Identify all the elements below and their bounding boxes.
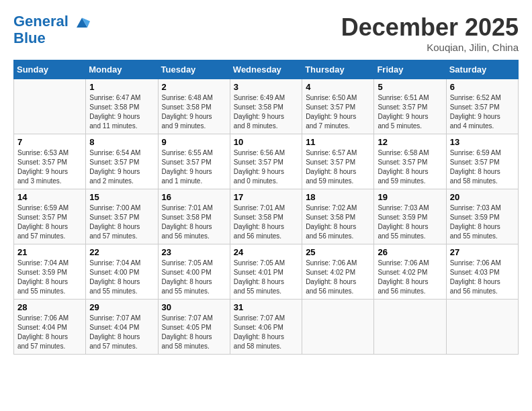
weekday-header: Friday <box>374 60 446 79</box>
logo-icon <box>74 14 90 30</box>
calendar-day-cell: 4Sunrise: 6:50 AM Sunset: 3:57 PM Daylig… <box>302 79 374 134</box>
day-info: Sunrise: 7:07 AM Sunset: 4:05 PM Dayligh… <box>162 314 226 351</box>
day-number: 2 <box>162 82 226 92</box>
day-info: Sunrise: 7:05 AM Sunset: 4:00 PM Dayligh… <box>162 259 226 296</box>
calendar-day-cell: 22Sunrise: 7:04 AM Sunset: 4:00 PM Dayli… <box>86 244 158 300</box>
day-number: 18 <box>306 192 370 202</box>
day-info: Sunrise: 6:54 AM Sunset: 3:57 PM Dayligh… <box>89 148 154 186</box>
day-info: Sunrise: 6:47 AM Sunset: 3:58 PM Dayligh… <box>89 93 154 131</box>
day-number: 5 <box>378 82 442 92</box>
day-number: 26 <box>378 247 442 257</box>
day-number: 25 <box>306 247 370 257</box>
logo-text: General <box>13 13 90 30</box>
calendar-day-cell: 18Sunrise: 7:02 AM Sunset: 3:58 PM Dayli… <box>302 189 374 244</box>
day-number: 23 <box>162 247 226 257</box>
day-number: 21 <box>17 247 82 257</box>
day-info: Sunrise: 7:04 AM Sunset: 4:00 PM Dayligh… <box>89 259 154 296</box>
day-number: 29 <box>89 302 154 312</box>
calendar-day-cell: 16Sunrise: 7:01 AM Sunset: 3:58 PM Dayli… <box>158 189 230 244</box>
day-info: Sunrise: 7:06 AM Sunset: 4:04 PM Dayligh… <box>17 314 82 351</box>
calendar-week-row: 7Sunrise: 6:53 AM Sunset: 3:57 PM Daylig… <box>14 134 519 189</box>
day-info: Sunrise: 7:05 AM Sunset: 4:01 PM Dayligh… <box>234 259 298 296</box>
day-info: Sunrise: 7:03 AM Sunset: 3:59 PM Dayligh… <box>378 203 442 241</box>
day-number: 14 <box>17 192 82 202</box>
calendar-week-row: 14Sunrise: 6:59 AM Sunset: 3:57 PM Dayli… <box>14 189 519 244</box>
calendar-day-cell: 11Sunrise: 6:57 AM Sunset: 3:57 PM Dayli… <box>302 134 374 189</box>
calendar-day-cell: 21Sunrise: 7:04 AM Sunset: 3:59 PM Dayli… <box>14 244 86 300</box>
calendar-day-cell: 6Sunrise: 6:52 AM Sunset: 3:57 PM Daylig… <box>446 79 518 134</box>
calendar-day-cell: 29Sunrise: 7:07 AM Sunset: 4:04 PM Dayli… <box>86 300 158 355</box>
calendar-day-cell: 25Sunrise: 7:06 AM Sunset: 4:02 PM Dayli… <box>302 244 374 300</box>
day-number: 6 <box>450 82 515 92</box>
day-info: Sunrise: 6:59 AM Sunset: 3:57 PM Dayligh… <box>17 203 82 241</box>
calendar-table: SundayMondayTuesdayWednesdayThursdayFrid… <box>13 60 519 355</box>
day-number: 8 <box>89 137 154 147</box>
day-number: 19 <box>378 192 442 202</box>
day-info: Sunrise: 6:51 AM Sunset: 3:57 PM Dayligh… <box>378 93 442 131</box>
calendar-day-cell: 3Sunrise: 6:49 AM Sunset: 3:58 PM Daylig… <box>230 79 302 134</box>
weekday-header: Monday <box>86 60 158 79</box>
calendar-day-cell: 2Sunrise: 6:48 AM Sunset: 3:58 PM Daylig… <box>158 79 230 134</box>
day-number: 20 <box>450 192 515 202</box>
day-number: 27 <box>450 247 515 257</box>
calendar-day-cell <box>374 300 446 355</box>
weekday-header: Sunday <box>14 60 86 79</box>
day-info: Sunrise: 7:01 AM Sunset: 3:58 PM Dayligh… <box>162 203 226 241</box>
day-number: 1 <box>89 82 154 92</box>
weekday-header-row: SundayMondayTuesdayWednesdayThursdayFrid… <box>14 60 519 79</box>
calendar-day-cell: 23Sunrise: 7:05 AM Sunset: 4:00 PM Dayli… <box>158 244 230 300</box>
day-info: Sunrise: 7:00 AM Sunset: 3:57 PM Dayligh… <box>89 203 154 241</box>
calendar-day-cell: 7Sunrise: 6:53 AM Sunset: 3:57 PM Daylig… <box>14 134 86 189</box>
day-info: Sunrise: 6:49 AM Sunset: 3:58 PM Dayligh… <box>234 93 298 131</box>
location: Kouqian, Jilin, China <box>341 42 519 53</box>
calendar-week-row: 28Sunrise: 7:06 AM Sunset: 4:04 PM Dayli… <box>14 300 519 355</box>
weekday-header: Thursday <box>302 60 374 79</box>
day-number: 17 <box>234 192 298 202</box>
day-number: 3 <box>234 82 298 92</box>
calendar-week-row: 21Sunrise: 7:04 AM Sunset: 3:59 PM Dayli… <box>14 244 519 300</box>
day-number: 31 <box>234 302 298 312</box>
day-number: 9 <box>162 137 226 147</box>
calendar-day-cell: 14Sunrise: 6:59 AM Sunset: 3:57 PM Dayli… <box>14 189 86 244</box>
day-info: Sunrise: 7:06 AM Sunset: 4:02 PM Dayligh… <box>306 259 370 296</box>
day-info: Sunrise: 7:07 AM Sunset: 4:06 PM Dayligh… <box>234 314 298 351</box>
day-info: Sunrise: 6:53 AM Sunset: 3:57 PM Dayligh… <box>17 148 82 186</box>
day-info: Sunrise: 6:52 AM Sunset: 3:57 PM Dayligh… <box>450 93 515 131</box>
day-info: Sunrise: 6:50 AM Sunset: 3:57 PM Dayligh… <box>306 93 370 131</box>
day-number: 12 <box>378 137 442 147</box>
day-info: Sunrise: 6:57 AM Sunset: 3:57 PM Dayligh… <box>306 148 370 186</box>
weekday-header: Wednesday <box>230 60 302 79</box>
calendar-day-cell: 26Sunrise: 7:06 AM Sunset: 4:02 PM Dayli… <box>374 244 446 300</box>
calendar-day-cell: 9Sunrise: 6:55 AM Sunset: 3:57 PM Daylig… <box>158 134 230 189</box>
day-number: 28 <box>17 302 82 312</box>
day-info: Sunrise: 7:02 AM Sunset: 3:58 PM Dayligh… <box>306 203 370 241</box>
page-header: General Blue December 2025 Kouqian, Jili… <box>13 13 519 53</box>
day-info: Sunrise: 6:56 AM Sunset: 3:57 PM Dayligh… <box>234 148 298 186</box>
day-info: Sunrise: 6:55 AM Sunset: 3:57 PM Dayligh… <box>162 148 226 186</box>
calendar-day-cell: 31Sunrise: 7:07 AM Sunset: 4:06 PM Dayli… <box>230 300 302 355</box>
calendar-day-cell <box>14 79 86 134</box>
day-number: 10 <box>234 137 298 147</box>
calendar-day-cell: 10Sunrise: 6:56 AM Sunset: 3:57 PM Dayli… <box>230 134 302 189</box>
day-info: Sunrise: 7:01 AM Sunset: 3:58 PM Dayligh… <box>234 203 298 241</box>
calendar-day-cell: 17Sunrise: 7:01 AM Sunset: 3:58 PM Dayli… <box>230 189 302 244</box>
weekday-header: Saturday <box>446 60 518 79</box>
day-number: 15 <box>89 192 154 202</box>
calendar-day-cell: 1Sunrise: 6:47 AM Sunset: 3:58 PM Daylig… <box>86 79 158 134</box>
calendar-day-cell <box>446 300 518 355</box>
calendar-day-cell: 12Sunrise: 6:58 AM Sunset: 3:57 PM Dayli… <box>374 134 446 189</box>
day-number: 24 <box>234 247 298 257</box>
calendar-day-cell: 19Sunrise: 7:03 AM Sunset: 3:59 PM Dayli… <box>374 189 446 244</box>
calendar-day-cell: 15Sunrise: 7:00 AM Sunset: 3:57 PM Dayli… <box>86 189 158 244</box>
day-number: 16 <box>162 192 226 202</box>
day-number: 22 <box>89 247 154 257</box>
calendar-day-cell: 13Sunrise: 6:59 AM Sunset: 3:57 PM Dayli… <box>446 134 518 189</box>
calendar-day-cell: 5Sunrise: 6:51 AM Sunset: 3:57 PM Daylig… <box>374 79 446 134</box>
calendar-day-cell: 8Sunrise: 6:54 AM Sunset: 3:57 PM Daylig… <box>86 134 158 189</box>
day-info: Sunrise: 7:03 AM Sunset: 3:59 PM Dayligh… <box>450 203 515 241</box>
calendar-day-cell: 28Sunrise: 7:06 AM Sunset: 4:04 PM Dayli… <box>14 300 86 355</box>
calendar-week-row: 1Sunrise: 6:47 AM Sunset: 3:58 PM Daylig… <box>14 79 519 134</box>
day-number: 7 <box>17 137 82 147</box>
weekday-header: Tuesday <box>158 60 230 79</box>
calendar-day-cell: 24Sunrise: 7:05 AM Sunset: 4:01 PM Dayli… <box>230 244 302 300</box>
